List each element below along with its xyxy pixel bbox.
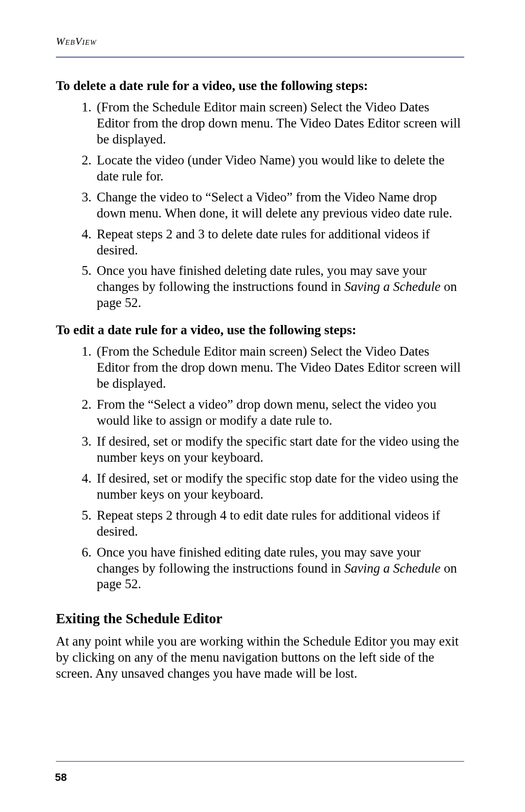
list-item: From the “Select a video” drop down menu… — [95, 397, 464, 429]
list-item: Once you have finished deleting date rul… — [95, 263, 464, 311]
running-head: WebView — [56, 35, 464, 48]
exit-heading: Exiting the Schedule Editor — [56, 611, 464, 627]
page: WebView To delete a date rule for a vide… — [0, 0, 525, 812]
list-item: Repeat steps 2 through 4 to edit date ru… — [95, 507, 464, 540]
cross-ref: Saving a Schedule — [344, 561, 440, 576]
footer-rule — [56, 761, 464, 762]
list-item: If desired, set or modify the specific s… — [95, 470, 464, 503]
cross-ref: Saving a Schedule — [344, 279, 440, 294]
delete-steps: (From the Schedule Editor main screen) S… — [56, 99, 464, 311]
header-rule — [56, 56, 464, 58]
edit-lead: To edit a date rule for a video, use the… — [56, 323, 464, 338]
list-item: (From the Schedule Editor main screen) S… — [95, 99, 464, 147]
page-number: 58 — [55, 771, 67, 784]
list-item: If desired, set or modify the specific s… — [95, 433, 464, 466]
delete-lead: To delete a date rule for a video, use t… — [56, 78, 464, 93]
list-item: Change the video to “Select a Video” fro… — [95, 189, 464, 221]
list-item: (From the Schedule Editor main screen) S… — [95, 343, 464, 392]
list-item: Once you have finished editing date rule… — [95, 544, 464, 593]
list-item: Locate the video (under Video Name) you … — [95, 152, 464, 184]
list-item: Repeat steps 2 and 3 to delete date rule… — [95, 226, 464, 258]
exit-body: At any point while you are working withi… — [56, 633, 464, 682]
edit-steps: (From the Schedule Editor main screen) S… — [56, 343, 464, 592]
